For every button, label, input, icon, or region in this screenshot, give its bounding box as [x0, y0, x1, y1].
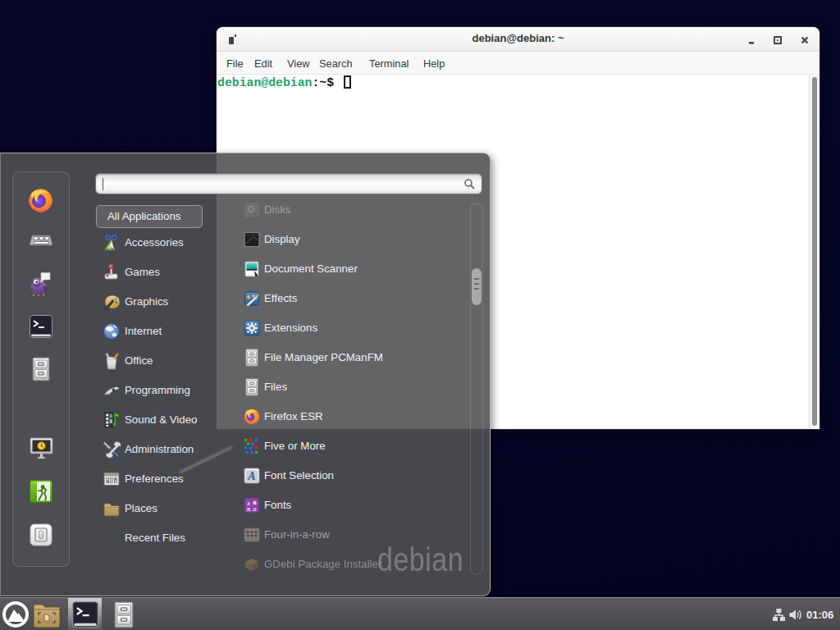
svg-text:A: A [247, 470, 255, 482]
svg-text:a: a [253, 505, 257, 513]
svg-text:a: a [247, 505, 251, 513]
